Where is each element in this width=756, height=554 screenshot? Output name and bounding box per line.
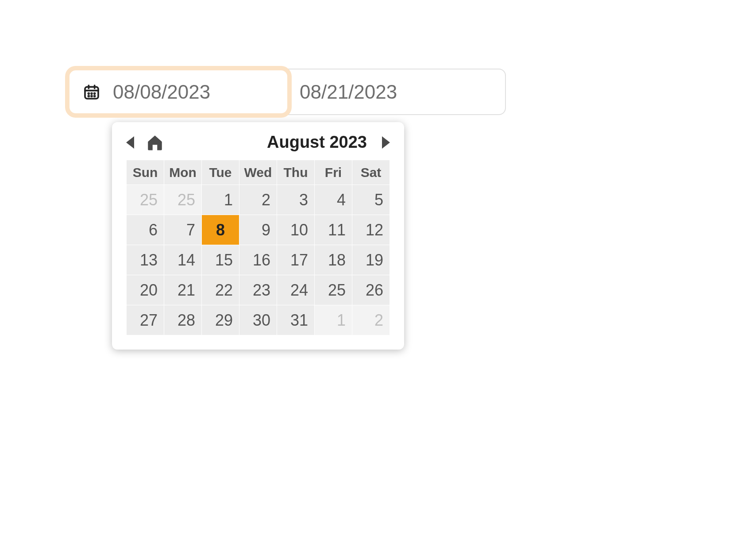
calendar-day[interactable]: 12 bbox=[352, 215, 390, 245]
calendar-day[interactable]: 28 bbox=[164, 305, 202, 335]
calendar-day[interactable]: 17 bbox=[277, 245, 315, 275]
calendar-day[interactable]: 29 bbox=[202, 305, 239, 335]
calendar-day[interactable]: 26 bbox=[352, 275, 390, 305]
end-date-value: 08/21/2023 bbox=[300, 81, 397, 103]
calendar-day[interactable]: 8 bbox=[202, 215, 239, 245]
svg-point-9 bbox=[94, 96, 95, 96]
calendar-day[interactable]: 25 bbox=[315, 275, 352, 305]
calendar-day[interactable]: 2 bbox=[239, 185, 277, 215]
start-date-value: 08/08/2023 bbox=[113, 81, 210, 103]
calendar-day[interactable]: 6 bbox=[127, 215, 164, 245]
calendar-day[interactable]: 2 bbox=[352, 305, 390, 335]
calendar-day[interactable]: 7 bbox=[164, 215, 202, 245]
svg-point-8 bbox=[91, 96, 92, 96]
weekday-header: Sat bbox=[352, 160, 390, 185]
calendar-day[interactable]: 1 bbox=[202, 185, 239, 215]
calendar-popup: August 2023 SunMonTueWedThuFriSat 252512… bbox=[112, 122, 404, 350]
calendar-day[interactable]: 1 bbox=[315, 305, 352, 335]
calendar-day[interactable]: 4 bbox=[315, 185, 352, 215]
svg-point-7 bbox=[88, 96, 89, 96]
calendar-day[interactable]: 30 bbox=[239, 305, 277, 335]
home-button[interactable] bbox=[146, 133, 164, 152]
start-date-input[interactable]: 08/08/2023 bbox=[68, 69, 289, 115]
calendar-day[interactable]: 10 bbox=[277, 215, 315, 245]
weekday-header: Fri bbox=[315, 160, 352, 185]
calendar-grid: SunMonTueWedThuFriSat 252512345678910111… bbox=[126, 160, 390, 335]
calendar-day[interactable]: 13 bbox=[127, 245, 164, 275]
calendar-day[interactable]: 22 bbox=[202, 275, 239, 305]
date-range-input-group: 08/08/2023 08/21/2023 bbox=[68, 69, 506, 115]
month-year-label: August 2023 bbox=[267, 133, 367, 152]
weekday-header: Mon bbox=[164, 160, 202, 185]
weekday-header: Sun bbox=[127, 160, 164, 185]
calendar-day[interactable]: 24 bbox=[277, 275, 315, 305]
calendar-day[interactable]: 16 bbox=[239, 245, 277, 275]
next-month-button[interactable] bbox=[382, 136, 390, 149]
calendar-day[interactable]: 14 bbox=[164, 245, 202, 275]
calendar-header: August 2023 bbox=[126, 133, 390, 152]
calendar-day[interactable]: 27 bbox=[127, 305, 164, 335]
calendar-day[interactable]: 25 bbox=[164, 185, 202, 215]
end-date-input[interactable]: 08/21/2023 bbox=[286, 69, 506, 115]
svg-point-5 bbox=[91, 93, 92, 94]
calendar-day[interactable]: 20 bbox=[127, 275, 164, 305]
calendar-day[interactable]: 3 bbox=[277, 185, 315, 215]
weekday-header: Tue bbox=[202, 160, 239, 185]
weekday-header: Wed bbox=[239, 160, 277, 185]
calendar-day[interactable]: 15 bbox=[202, 245, 239, 275]
calendar-day[interactable]: 5 bbox=[352, 185, 390, 215]
calendar-day[interactable]: 19 bbox=[352, 245, 390, 275]
calendar-day[interactable]: 25 bbox=[127, 185, 164, 215]
calendar-icon bbox=[83, 83, 100, 101]
calendar-day[interactable]: 31 bbox=[277, 305, 315, 335]
prev-month-button[interactable] bbox=[126, 136, 134, 149]
calendar-day[interactable]: 23 bbox=[239, 275, 277, 305]
calendar-day[interactable]: 21 bbox=[164, 275, 202, 305]
calendar-day[interactable]: 9 bbox=[239, 215, 277, 245]
weekday-header: Thu bbox=[277, 160, 315, 185]
svg-point-4 bbox=[88, 93, 89, 94]
calendar-day[interactable]: 18 bbox=[315, 245, 352, 275]
svg-point-6 bbox=[94, 93, 95, 94]
calendar-day[interactable]: 11 bbox=[315, 215, 352, 245]
